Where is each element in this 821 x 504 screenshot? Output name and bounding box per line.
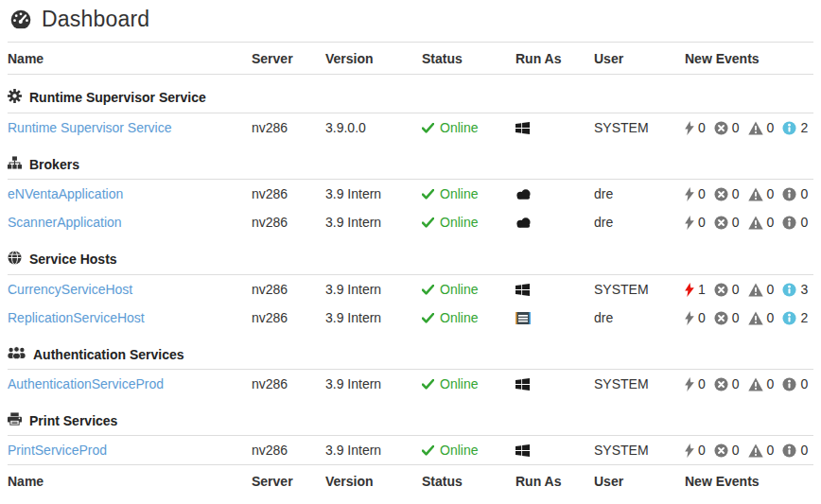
user-cell: SYSTEM [594, 370, 685, 399]
version-cell: 3.9 Intern [325, 370, 422, 399]
table-row: PrintServiceProd nv286 3.9 Intern Online… [8, 436, 813, 465]
error-event-badge[interactable]: 0 [714, 282, 740, 297]
check-icon [422, 189, 434, 200]
version-cell: 3.9 Intern [325, 208, 422, 236]
info-event-badge[interactable]: 2 [782, 310, 808, 325]
section-print-services: Print Services [8, 398, 813, 436]
warning-event-badge[interactable]: 0 [748, 282, 775, 297]
warning-event-badge[interactable]: 0 [748, 376, 775, 391]
sitemap-icon [8, 156, 22, 172]
error-event-badge[interactable]: 0 [714, 376, 740, 391]
flash-count: 0 [698, 443, 706, 458]
gear-icon [8, 89, 22, 106]
service-link-currency-service-host[interactable]: CurrencyServiceHost [8, 282, 132, 297]
section-label: Service Hosts [29, 252, 117, 267]
warning-event-badge[interactable]: 0 [748, 215, 775, 230]
error-count: 0 [732, 186, 740, 201]
warning-event-badge[interactable]: 0 [748, 120, 775, 135]
user-cell: dre [594, 208, 685, 236]
server-cell: nv286 [252, 208, 325, 236]
service-link-print-service-prod[interactable]: PrintServiceProd [8, 443, 107, 458]
flash-event-badge[interactable]: 1 [685, 282, 706, 297]
table-row: Runtime Supervisor Service nv286 3.9.0.0… [8, 113, 813, 143]
service-link-scanner-application[interactable]: ScannerApplication [8, 215, 122, 230]
status-label: Online [440, 282, 478, 297]
service-link-enventa-application[interactable]: eNVentaApplication [8, 186, 123, 201]
service-link-replication-service-host[interactable]: ReplicationServiceHost [8, 310, 145, 325]
error-event-badge[interactable]: 0 [714, 310, 740, 325]
version-cell: 3.9 Intern [325, 275, 422, 304]
status-label: Online [440, 186, 478, 201]
printer-icon [8, 412, 22, 428]
info-event-badge[interactable]: 0 [782, 186, 808, 201]
user-cell: dre [594, 180, 685, 209]
warning-event-badge[interactable]: 0 [748, 310, 775, 325]
user-cell: SYSTEM [594, 275, 685, 304]
section-authentication-services: Authentication Services [8, 332, 813, 370]
warning-event-badge[interactable]: 0 [748, 443, 775, 458]
error-count: 0 [732, 376, 740, 391]
info-event-badge[interactable]: 0 [782, 215, 808, 230]
table-header-row: Name Server Version Status Run As User N… [8, 43, 813, 75]
section-brokers: Brokers [8, 142, 813, 180]
table-footer-header-row: Name Server Version Status Run As User N… [8, 465, 813, 498]
check-icon [422, 217, 434, 228]
server-cell: nv286 [252, 370, 325, 399]
flash-event-badge[interactable]: 0 [685, 186, 706, 201]
status-label: Online [440, 443, 478, 458]
users-icon [8, 346, 26, 362]
service-link-runtime-supervisor[interactable]: Runtime Supervisor Service [8, 120, 172, 135]
flash-count: 1 [698, 282, 706, 297]
section-service-hosts: Service Hosts [8, 236, 813, 275]
tachometer-icon [9, 9, 32, 30]
col-footer-user: User [594, 465, 685, 498]
status-label: Online [440, 376, 478, 391]
status-label: Online [440, 120, 478, 135]
globe-icon [8, 251, 22, 268]
table-row: CurrencyServiceHost nv286 3.9 Intern Onl… [8, 275, 813, 304]
user-cell: dre [594, 304, 685, 332]
console-window-icon [515, 312, 594, 324]
error-count: 0 [732, 282, 740, 297]
error-event-badge[interactable]: 0 [714, 215, 740, 230]
warning-count: 0 [767, 443, 775, 458]
info-count: 0 [800, 215, 808, 230]
windows-logo-icon [515, 444, 594, 457]
info-event-badge[interactable]: 0 [782, 443, 808, 458]
info-event-badge[interactable]: 3 [782, 282, 808, 297]
info-count: 2 [800, 310, 808, 325]
info-count: 0 [800, 376, 808, 391]
col-header-run-as: Run As [515, 43, 594, 75]
table-row: ScannerApplication nv286 3.9 Intern Onli… [8, 208, 813, 236]
version-cell: 3.9 Intern [325, 436, 422, 465]
warning-count: 0 [767, 215, 775, 230]
error-event-badge[interactable]: 0 [714, 443, 740, 458]
flash-event-badge[interactable]: 0 [685, 376, 706, 391]
info-event-badge[interactable]: 2 [782, 120, 808, 135]
flash-event-badge[interactable]: 0 [685, 443, 706, 458]
dashboard-page: Dashboard Name Server Version Status Run… [0, 0, 821, 497]
section-label: Authentication Services [33, 347, 184, 362]
flash-event-badge[interactable]: 0 [685, 120, 706, 135]
check-icon [422, 313, 434, 323]
services-table: Name Server Version Status Run As User N… [8, 43, 813, 497]
section-label: Print Services [29, 413, 117, 428]
error-count: 0 [732, 120, 740, 135]
table-row: eNVentaApplication nv286 3.9 Intern Onli… [8, 180, 813, 209]
col-header-new-events: New Events [685, 43, 813, 75]
check-icon [422, 379, 434, 390]
info-event-badge[interactable]: 0 [782, 376, 808, 391]
col-header-server: Server [252, 43, 325, 75]
page-title: Dashboard [42, 7, 149, 32]
warning-event-badge[interactable]: 0 [748, 186, 775, 201]
service-link-authentication-service-prod[interactable]: AuthenticationServiceProd [8, 376, 164, 391]
error-event-badge[interactable]: 0 [714, 186, 740, 201]
section-runtime-supervisor: Runtime Supervisor Service [8, 75, 813, 113]
warning-count: 0 [767, 282, 775, 297]
flash-count: 0 [698, 215, 706, 230]
windows-logo-icon [515, 378, 594, 391]
error-event-badge[interactable]: 0 [714, 120, 740, 135]
flash-event-badge[interactable]: 0 [685, 310, 706, 325]
col-header-user: User [594, 43, 685, 75]
flash-event-badge[interactable]: 0 [685, 215, 706, 230]
